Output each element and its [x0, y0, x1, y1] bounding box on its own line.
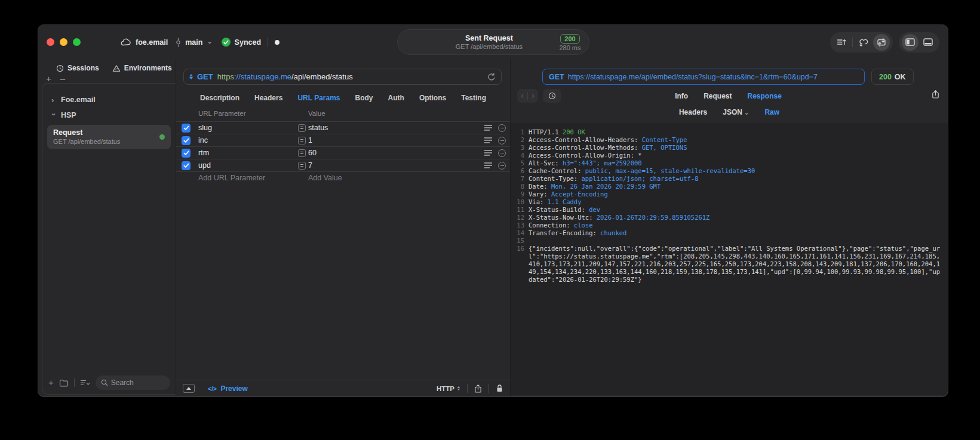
- param-name[interactable]: upd: [198, 161, 211, 170]
- line-text: Cache-Control: public, max-age=15, stale…: [529, 167, 942, 175]
- remove-param-icon[interactable]: [498, 162, 506, 170]
- project-name[interactable]: foe.email: [136, 38, 168, 47]
- method-stepper-icon[interactable]: [189, 74, 193, 79]
- param-value[interactable]: 60: [308, 149, 317, 157]
- add-param-name-placeholder[interactable]: Add URL Parameter: [198, 174, 265, 182]
- request-url-bar[interactable]: GET https://statuspage.me/api/embed/stat…: [183, 69, 502, 85]
- remove-param-icon[interactable]: [498, 137, 506, 144]
- export-list-icon[interactable]: [833, 34, 850, 51]
- close-window-button[interactable]: [47, 38, 54, 46]
- remove-param-icon[interactable]: [498, 124, 506, 132]
- collapse-panel-icon[interactable]: [183, 384, 195, 393]
- tab-info[interactable]: Info: [675, 92, 688, 100]
- line-number: 13: [514, 221, 529, 229]
- chevron-down-icon[interactable]: ›: [50, 113, 59, 118]
- param-options-icon[interactable]: [484, 125, 492, 132]
- param-checkbox[interactable]: [182, 136, 191, 145]
- line-text: X-Status-Now-Utc: 2026-01-26T20:29:59.85…: [529, 214, 942, 221]
- tab-headers[interactable]: Headers: [254, 94, 282, 102]
- response-url-box[interactable]: GET https://statuspage.me/api/embed/stat…: [542, 69, 865, 85]
- param-checkbox[interactable]: [182, 149, 191, 158]
- sync-status-label[interactable]: Synced: [235, 38, 261, 47]
- share-icon[interactable]: [474, 384, 482, 393]
- equals-operator-icon[interactable]: =: [298, 137, 306, 144]
- params-column-name: URL Parameter: [198, 110, 245, 117]
- add-request-button[interactable]: +: [48, 379, 54, 387]
- branch-chevron-icon[interactable]: ⌄: [207, 38, 212, 45]
- bottom-bar-divider: [489, 384, 489, 393]
- line-number: 10: [514, 198, 529, 206]
- equals-operator-icon[interactable]: =: [298, 124, 306, 132]
- sidebar-tab-environments[interactable]: Environments: [112, 64, 172, 72]
- lock-icon[interactable]: [496, 384, 503, 393]
- export-response-icon[interactable]: [932, 90, 939, 99]
- request-list-item-selected[interactable]: Request GET /api/embed/status: [47, 125, 171, 149]
- add-param-value-placeholder[interactable]: Add Value: [308, 174, 342, 182]
- sidebar-tab-sessions[interactable]: Sessions: [56, 64, 99, 72]
- protocol-selector[interactable]: HTTP: [437, 385, 460, 392]
- response-line: 5Alt-Svc: h3=":443"; ma=2592000: [514, 159, 942, 167]
- zoom-window-button[interactable]: [73, 38, 81, 46]
- response-body[interactable]: 1HTTP/1.1 200 OK2Access-Control-Allow-He…: [511, 123, 948, 395]
- new-folder-icon[interactable]: [59, 379, 69, 387]
- session-dot-icon[interactable]: [275, 40, 279, 45]
- response-history-icon[interactable]: [543, 89, 561, 103]
- tab-body[interactable]: Body: [355, 94, 373, 102]
- pull-loop-icon[interactable]: [855, 34, 872, 51]
- request-url[interactable]: https://statuspage.me/api/embed/status: [217, 72, 353, 81]
- tab-response[interactable]: Response: [747, 92, 781, 100]
- tab-description[interactable]: Description: [200, 94, 239, 102]
- param-options-icon[interactable]: [484, 150, 492, 157]
- subtab-json[interactable]: JSON⌄: [723, 108, 749, 116]
- remove-param-icon[interactable]: [498, 149, 506, 157]
- tab-auth[interactable]: Auth: [388, 94, 404, 102]
- add-param-row[interactable]: Add URL Parameter Add Value: [176, 171, 510, 184]
- line-text: Transfer-Encoding: chunked: [529, 229, 942, 237]
- toggle-bottom-panel-icon[interactable]: [920, 34, 936, 51]
- param-checkbox[interactable]: [182, 161, 191, 170]
- sent-request-pill[interactable]: Sent Request GET /api/embed/status 200 2…: [397, 29, 589, 55]
- tree-item-hsp[interactable]: › HSP: [42, 107, 176, 123]
- request-method[interactable]: GET: [197, 72, 213, 81]
- add-session-button[interactable]: +: [46, 75, 51, 83]
- tab-options[interactable]: Options: [419, 94, 446, 102]
- response-status-text: OK: [895, 73, 906, 81]
- sort-list-icon[interactable]: [80, 379, 90, 386]
- tab-testing[interactable]: Testing: [461, 94, 486, 102]
- line-number: 1: [514, 128, 529, 136]
- chevron-right-icon[interactable]: ›: [51, 96, 56, 104]
- line-number: 16: [514, 245, 529, 284]
- minimize-window-button[interactable]: [60, 38, 67, 46]
- equals-operator-icon[interactable]: =: [298, 149, 306, 157]
- tab-url-params[interactable]: URL Params: [297, 94, 340, 102]
- line-text: Access-Control-Allow-Headers: Content-Ty…: [529, 136, 942, 144]
- tree-item-foe-email[interactable]: › Foe.email: [42, 92, 176, 107]
- transfer-icon[interactable]: [873, 34, 890, 51]
- url-scheme: https: [217, 72, 234, 81]
- branch-name[interactable]: main: [185, 38, 202, 47]
- preview-button[interactable]: </> Preview: [208, 384, 248, 393]
- param-value[interactable]: status: [308, 124, 328, 132]
- response-line: 6Cache-Control: public, max-age=15, stal…: [514, 167, 942, 175]
- param-name[interactable]: inc: [198, 136, 208, 144]
- equals-operator-icon[interactable]: =: [298, 162, 306, 170]
- request-bottom-bar: </> Preview HTTP: [176, 380, 510, 396]
- response-line: 16{"incidents":null,"overall":{"code":"o…: [514, 245, 942, 284]
- param-options-icon[interactable]: [484, 137, 492, 144]
- subtab-raw[interactable]: Raw: [764, 108, 779, 116]
- response-line: 14Transfer-Encoding: chunked: [514, 229, 942, 237]
- param-name[interactable]: rtm: [198, 149, 209, 157]
- subtab-headers[interactable]: Headers: [679, 108, 707, 116]
- previous-response-icon[interactable]: ‹: [517, 90, 527, 102]
- param-checkbox[interactable]: [182, 124, 191, 133]
- tab-request[interactable]: Request: [703, 92, 732, 100]
- resend-request-icon[interactable]: [487, 73, 496, 81]
- toggle-sidebar-icon[interactable]: [902, 34, 918, 51]
- next-response-icon[interactable]: ›: [528, 90, 538, 102]
- param-name[interactable]: slug: [198, 124, 212, 132]
- search-input[interactable]: Search: [96, 376, 170, 390]
- param-value[interactable]: 7: [308, 161, 312, 170]
- param-options-icon[interactable]: [484, 162, 492, 170]
- param-value[interactable]: 1: [308, 136, 312, 144]
- remove-session-button[interactable]: –: [60, 75, 65, 83]
